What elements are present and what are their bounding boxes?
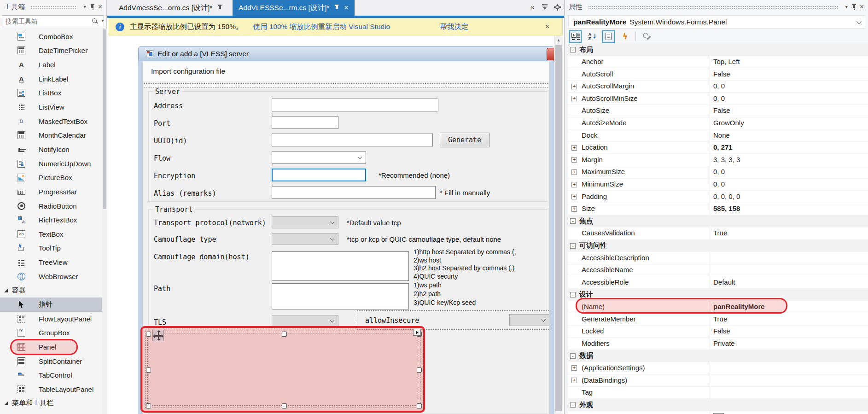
property-row-autosize[interactable]: AutoSizeFalse <box>568 105 868 117</box>
toolbox-item-listview[interactable]: ListView <box>0 100 102 114</box>
toolbox-item-groupbox[interactable]: GroupBox <box>0 326 102 340</box>
property-row-anchor[interactable]: AnchorTop, Left <box>568 56 868 69</box>
designed-form-window[interactable]: Edit or add a [VLESS] server Import conf… <box>138 46 554 414</box>
property-row-name[interactable]: (Name)panRealityMore <box>568 301 868 313</box>
toolbox-item-linklabel[interactable]: ALinkLabel <box>0 72 102 86</box>
section-appearance[interactable]: 外观 <box>568 399 868 411</box>
flow-combobox[interactable] <box>272 151 366 164</box>
toolbox-item-progressbar[interactable]: ProgressBar <box>0 185 102 199</box>
form-menustrip[interactable]: Import configuration file <box>143 61 549 81</box>
uuid-input[interactable] <box>272 134 433 146</box>
collapse-icon[interactable] <box>570 292 576 297</box>
scroll-up-icon[interactable]: ▲ <box>554 36 563 44</box>
toolbox-item-numericupdown[interactable]: NumericUpDown <box>0 157 102 171</box>
close-icon[interactable]: × <box>344 4 348 12</box>
pin-icon[interactable] <box>852 3 856 11</box>
property-row-size[interactable]: Size585, 158 <box>568 203 868 216</box>
scrollbar-thumb[interactable] <box>103 29 106 209</box>
toolbox-item-radiobutton[interactable]: RadioButton <box>0 199 102 213</box>
property-row-backcolor[interactable]: BackColorControl <box>568 411 868 414</box>
toolbox-item-textbox[interactable]: abTextBox <box>0 227 102 241</box>
tab-addvless-designer[interactable]: AddVLESSSe...rm.cs [设计]* × <box>233 0 355 16</box>
close-icon[interactable]: × <box>860 3 864 11</box>
property-row-autosizemode[interactable]: AutoSizeModeGrowOnly <box>568 117 868 130</box>
move-handle-icon[interactable] <box>152 330 164 341</box>
network-combobox[interactable] <box>272 216 338 228</box>
toolbox-item-notifyicon[interactable]: NotifyIcon <box>0 142 102 157</box>
collapse-icon[interactable] <box>570 47 576 52</box>
resize-handle-se[interactable] <box>417 403 422 408</box>
expand-icon[interactable] <box>571 96 577 101</box>
chevron-down-icon[interactable]: ▼ <box>845 3 849 11</box>
property-row-dock[interactable]: DockNone <box>568 129 868 142</box>
scroll-tabs-icon[interactable]: « <box>530 3 534 11</box>
tab-addvmess-designer[interactable]: AddVmessSe...orm.cs [设计]* <box>113 0 228 16</box>
designer-scrollbar[interactable]: ▲ <box>554 35 563 414</box>
camouflage-type-combobox[interactable] <box>272 233 338 245</box>
toolbox-item-tabcontrol[interactable]: TabControl <box>0 368 102 382</box>
property-row-locked[interactable]: LockedFalse <box>568 326 868 338</box>
expand-icon[interactable] <box>571 194 577 199</box>
property-row-padding[interactable]: Padding0, 0, 0, 0 <box>568 191 868 203</box>
camouflage-host-textarea[interactable] <box>272 251 409 281</box>
section-accessibility[interactable]: 可访问性 <box>568 240 868 252</box>
selected-panel-red-annotation[interactable] <box>140 326 425 413</box>
collapse-icon[interactable] <box>570 218 576 224</box>
gear-icon[interactable] <box>555 5 559 9</box>
drag-grip[interactable] <box>30 6 77 9</box>
expand-icon[interactable] <box>571 145 577 151</box>
property-row-minimumsize[interactable]: MinimumSize0, 0 <box>568 179 868 191</box>
allow-insecure-combobox[interactable] <box>509 314 549 326</box>
expand-icon[interactable] <box>571 84 577 89</box>
section-focus[interactable]: 焦点 <box>568 215 868 227</box>
property-row-causesvalidation[interactable]: CausesValidationTrue <box>568 227 868 240</box>
property-row-maximumsize[interactable]: MaximumSize0, 0 <box>568 166 868 179</box>
section-layout[interactable]: 布局 <box>568 44 868 56</box>
property-row-applicationsettings[interactable]: (ApplicationSettings) <box>568 362 868 374</box>
property-pages-icon[interactable] <box>602 30 615 43</box>
toolbox-item-maskedtextbox[interactable]: (.).MaskedTextBox <box>0 114 102 128</box>
pin-icon[interactable] <box>90 3 95 11</box>
wrench-icon[interactable] <box>640 30 652 43</box>
chevron-down-icon[interactable]: ▼ <box>83 3 87 11</box>
property-row-databindings[interactable]: (DataBindings) <box>568 374 868 387</box>
categorized-icon[interactable] <box>569 30 582 43</box>
property-row-autoscroll[interactable]: AutoScrollFalse <box>568 68 868 81</box>
resize-handle-sw[interactable] <box>146 403 151 408</box>
active-files-dropdown-icon[interactable] <box>542 4 548 10</box>
section-data[interactable]: 数据 <box>568 350 868 362</box>
encryption-input[interactable] <box>272 169 366 181</box>
collapse-icon[interactable] <box>570 243 576 249</box>
toolbox-scrollbar[interactable] <box>102 29 107 414</box>
toolbox-item-pointer[interactable]: 指针 <box>0 297 102 312</box>
alias-input[interactable] <box>272 186 436 199</box>
resize-handle-w[interactable] <box>146 367 151 373</box>
close-icon[interactable]: × <box>545 23 549 30</box>
address-input[interactable] <box>272 99 438 111</box>
tls-combobox[interactable] <box>272 315 338 327</box>
property-row-accessiblerole[interactable]: AccessibleRoleDefault <box>568 276 868 289</box>
drag-grip[interactable] <box>588 6 839 9</box>
property-row-tag[interactable]: Tag <box>568 387 868 399</box>
toolbox-item-richtextbox[interactable]: RichTextBox <box>0 213 102 227</box>
expand-icon[interactable] <box>571 169 577 175</box>
property-row-accessiblename[interactable]: AccessibleName <box>568 264 868 277</box>
property-row-location[interactable]: Location0, 271 <box>568 142 868 154</box>
expand-icon[interactable] <box>571 378 577 383</box>
close-icon[interactable]: × <box>98 3 102 11</box>
search-icon[interactable] <box>92 18 98 24</box>
generate-button[interactable]: Generate <box>440 133 489 147</box>
path-textarea[interactable] <box>272 283 409 309</box>
property-row-accessibledescription[interactable]: AccessibleDescription <box>568 252 868 264</box>
toolbox-category-menus-toolbars[interactable]: 菜单和工具栏 <box>0 397 102 411</box>
port-input[interactable] <box>272 116 338 129</box>
search-options-chevron-icon[interactable]: ▼ <box>101 17 105 25</box>
alphabetical-sort-icon[interactable] <box>586 30 598 43</box>
toolbox-item-datetimepicker[interactable]: DateTimePicker <box>0 44 102 58</box>
events-lightning-icon[interactable] <box>619 30 631 43</box>
expand-icon[interactable] <box>571 206 577 212</box>
resize-handle-e[interactable] <box>417 367 422 373</box>
search-input[interactable] <box>6 17 89 25</box>
collapse-icon[interactable] <box>570 353 576 359</box>
toolbox-item-combobox[interactable]: ComboBox <box>0 29 102 44</box>
